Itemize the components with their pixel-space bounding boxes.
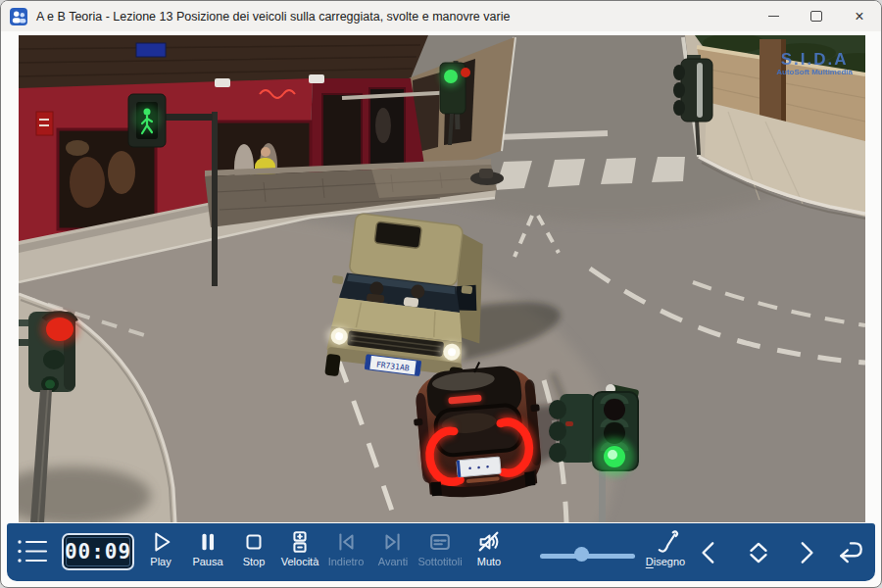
skip-back-icon bbox=[333, 529, 359, 555]
pause-label: Pausa bbox=[192, 556, 222, 567]
close-button[interactable]: × bbox=[838, 1, 881, 31]
stop-label: Stop bbox=[243, 556, 266, 567]
chapter-list-icon bbox=[15, 536, 50, 567]
app-window: A e B Teoria - Lezione 13 Posizione dei … bbox=[0, 0, 882, 588]
lesson-video-viewport: FR731AB bbox=[19, 35, 865, 522]
speed-label: Velocità bbox=[281, 556, 319, 567]
window-title: A e B Teoria - Lezione 13 Posizione dei … bbox=[36, 10, 510, 24]
pen-icon bbox=[653, 528, 679, 555]
play-icon bbox=[148, 529, 173, 555]
chapter-list-button[interactable] bbox=[15, 536, 50, 571]
skip-forward-label: Avanti bbox=[378, 556, 408, 567]
scroll-button[interactable] bbox=[744, 538, 773, 571]
maximize-button[interactable] bbox=[795, 1, 838, 31]
mute-label: Muto bbox=[477, 556, 501, 567]
timer-display: 00:09 bbox=[62, 533, 134, 570]
play-label: Play bbox=[150, 556, 171, 567]
speed-icon bbox=[287, 529, 313, 555]
player-control-bar: 00:09 Play Pausa Stop Velocità bbox=[7, 523, 875, 581]
volume-slider-thumb[interactable] bbox=[574, 547, 589, 562]
title-bar: A e B Teoria - Lezione 13 Posizione dei … bbox=[1, 1, 881, 31]
chevron-right-icon bbox=[791, 538, 820, 567]
mute-button[interactable]: Muto bbox=[464, 529, 514, 578]
subtitles-button[interactable]: Sottotitoli bbox=[412, 529, 468, 578]
muted-speaker-icon bbox=[476, 529, 502, 555]
return-button[interactable] bbox=[836, 538, 865, 571]
subtitles-icon bbox=[427, 529, 453, 555]
subtitles-label: Sottotitoli bbox=[417, 556, 462, 567]
chevron-up-down-icon bbox=[744, 538, 773, 567]
stop-icon bbox=[241, 529, 267, 555]
sida-logo-name: S.I.D.A bbox=[776, 51, 853, 69]
skip-forward-icon bbox=[380, 529, 406, 555]
volume-slider[interactable] bbox=[540, 551, 635, 563]
pause-icon bbox=[195, 529, 220, 555]
draw-button[interactable]: Disegno bbox=[634, 528, 697, 577]
previous-button[interactable] bbox=[695, 538, 724, 571]
skip-back-label: Indietro bbox=[328, 556, 365, 567]
users-icon bbox=[10, 8, 27, 25]
sida-logo: S.I.D.A AutoSoft Multimedia bbox=[776, 51, 853, 76]
return-arrow-icon bbox=[836, 538, 865, 567]
next-button[interactable] bbox=[791, 538, 820, 571]
timer-value: 00:09 bbox=[65, 540, 131, 564]
chevron-left-icon bbox=[695, 538, 724, 567]
sida-logo-tagline: AutoSoft Multimedia bbox=[776, 69, 853, 76]
minimize-button[interactable] bbox=[752, 1, 795, 31]
draw-label: Disegno bbox=[646, 556, 685, 567]
